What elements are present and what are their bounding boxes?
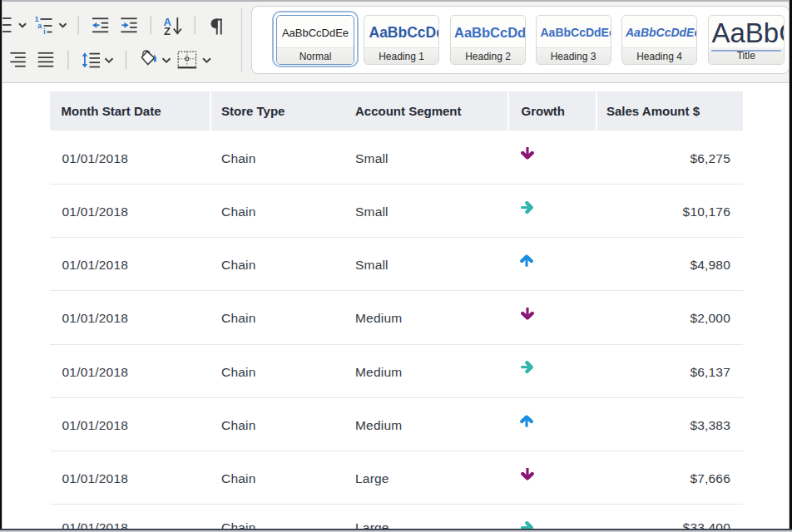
svg-text:Z: Z [164,25,171,37]
svg-text:a: a [37,22,42,30]
svg-text:i: i [43,27,45,36]
